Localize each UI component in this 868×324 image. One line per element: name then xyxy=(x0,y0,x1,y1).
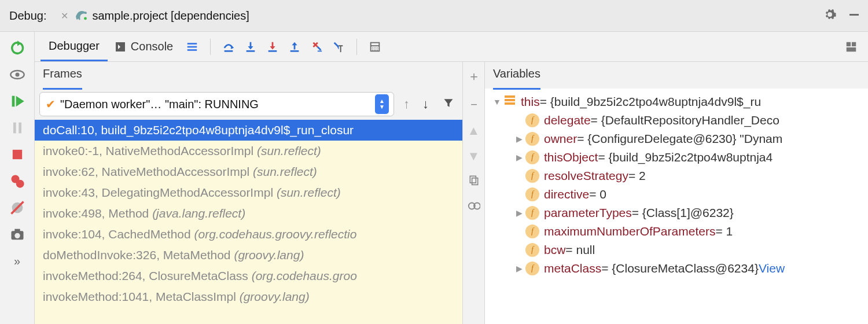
drop-frame-icon[interactable] xyxy=(307,37,326,57)
debug-label: Debug: xyxy=(9,9,47,23)
variable-value: = 1 xyxy=(715,224,733,238)
chevron-right-icon[interactable]: ▶ xyxy=(513,208,525,218)
svg-rect-4 xyxy=(12,96,14,107)
variable-name: directive xyxy=(544,187,589,201)
force-step-into-icon[interactable] xyxy=(263,37,282,57)
variable-row[interactable]: ▶fdelegate = {DefaultRepositoryHandler_D… xyxy=(487,111,866,130)
gear-icon[interactable] xyxy=(823,8,837,24)
chevron-right-icon[interactable]: ▶ xyxy=(513,264,525,273)
chevron-down-icon[interactable]: ▼ xyxy=(491,97,503,106)
svg-rect-39 xyxy=(847,42,851,46)
step-over-icon[interactable] xyxy=(219,37,238,57)
variable-row[interactable]: ▶fresolveStrategy = 2 xyxy=(487,167,866,185)
variable-row[interactable]: ▶fowner = {ConfigureDelegate@6230} "Dyna… xyxy=(487,130,866,148)
step-into-icon[interactable] xyxy=(241,37,260,57)
svg-rect-47 xyxy=(505,99,515,101)
stop-icon[interactable] xyxy=(9,146,25,163)
frame-item[interactable]: doMethodInvoke:326, MetaMethod (groovy.l… xyxy=(35,245,462,266)
variable-row[interactable]: ▶fthisObject = {build_9bz5i2c2tpo4w8uptn… xyxy=(487,148,866,167)
frame-item[interactable]: invoke:43, DelegatingMethodAccessorImpl … xyxy=(35,182,462,203)
chevron-right-icon[interactable]: ▶ xyxy=(513,134,525,143)
frame-item[interactable]: invoke:62, NativeMethodAccessorImpl (sun… xyxy=(35,161,462,182)
field-badge-icon: f xyxy=(525,262,539,275)
variable-value: = {Class[1]@6232} xyxy=(632,206,734,220)
variable-row[interactable]: ▶fmetaClass = {ClosureMetaClass@6234} Vi… xyxy=(487,259,866,278)
variables-tree[interactable]: ▼this = {build_9bz5i2c2tpo4w8uptnja4dv9l… xyxy=(485,89,868,324)
frame-item[interactable]: invoke:498, Method (java.lang.reflect) xyxy=(35,203,462,224)
this-icon xyxy=(503,94,516,109)
svg-rect-6 xyxy=(19,123,21,134)
frame-item[interactable]: doCall:10, build_9bz5i2c2tpo4w8uptnja4dv… xyxy=(35,120,462,141)
view-link[interactable]: View xyxy=(759,262,785,275)
variable-row[interactable]: ▶fmaximumNumberOfParameters = 1 xyxy=(487,222,866,241)
variables-header[interactable]: Variables xyxy=(485,62,868,89)
svg-point-9 xyxy=(16,180,24,188)
variable-row[interactable]: ▼this = {build_9bz5i2c2tpo4w8uptnja4dv9l… xyxy=(487,92,866,111)
variable-name: owner xyxy=(544,132,577,146)
variable-name: maximumNumberOfParameters xyxy=(544,224,715,238)
close-tab-icon[interactable]: ✕ xyxy=(61,10,68,21)
frame-item[interactable]: invokeMethod:264, ClosureMetaClass (org.… xyxy=(35,266,462,286)
run-to-cursor-icon[interactable] xyxy=(329,37,348,57)
show-execution-point-icon[interactable] xyxy=(9,67,25,83)
variable-value: = {DefaultRepositoryHandler_Deco xyxy=(591,113,779,127)
svg-rect-42 xyxy=(470,176,476,183)
thread-selector[interactable]: ✔ "Daemon worker"… "main": RUNNING ▲▼ xyxy=(39,92,394,116)
view-breakpoints-icon[interactable] xyxy=(9,173,25,189)
checkmark-icon: ✔ xyxy=(46,97,56,111)
field-badge-icon: f xyxy=(525,206,539,220)
variable-row[interactable]: ▶fbcw = null xyxy=(487,241,866,259)
svg-point-37 xyxy=(374,49,376,50)
frame-item[interactable]: invokeMethod:1041, MetaClassImpl (groovy… xyxy=(35,286,462,307)
variable-name: thisObject xyxy=(544,150,598,164)
variable-value: = null xyxy=(565,243,595,257)
camera-icon[interactable] xyxy=(9,226,25,242)
next-frame-icon[interactable]: ↓ xyxy=(419,97,432,112)
show-watches-icon[interactable] xyxy=(468,200,480,216)
duplicate-watch-icon[interactable] xyxy=(468,174,480,189)
move-up-icon[interactable]: ▲ xyxy=(468,123,480,138)
variable-name: bcw xyxy=(544,243,565,257)
svg-point-35 xyxy=(377,47,378,48)
svg-rect-43 xyxy=(472,178,477,185)
resume-icon[interactable] xyxy=(9,93,25,109)
field-badge-icon: f xyxy=(525,150,539,164)
tab-debugger[interactable]: Debugger xyxy=(41,32,108,61)
evaluate-expression-icon[interactable] xyxy=(365,37,385,57)
filter-icon[interactable] xyxy=(438,97,459,112)
field-badge-icon: f xyxy=(525,224,539,238)
minimize-icon[interactable] xyxy=(847,8,861,24)
variable-name: delegate xyxy=(544,113,591,127)
svg-rect-7 xyxy=(12,150,21,159)
move-down-icon[interactable]: ▼ xyxy=(468,149,480,164)
thread-list-icon[interactable] xyxy=(182,37,202,57)
frame-item[interactable]: invoke:104, CachedMethod (org.codehaus.g… xyxy=(35,224,462,245)
variable-row[interactable]: ▶fparameterTypes = {Class[1]@6232} xyxy=(487,204,866,222)
layout-settings-icon[interactable] xyxy=(841,37,861,57)
chevron-right-icon[interactable]: ▶ xyxy=(513,153,525,162)
project-name: sample.project [dependencies] xyxy=(93,9,249,23)
more-icon[interactable]: » xyxy=(9,253,25,269)
mute-breakpoints-icon[interactable] xyxy=(9,200,25,216)
frame-item[interactable]: invoke0:-1, NativeMethodAccessorImpl (su… xyxy=(35,141,462,161)
frames-list[interactable]: doCall:10, build_9bz5i2c2tpo4w8uptnja4dv… xyxy=(35,120,462,324)
svg-rect-13 xyxy=(14,229,20,232)
debug-toolbar: Debugger Console xyxy=(35,32,868,62)
frames-header[interactable]: Frames xyxy=(35,62,462,89)
variable-name: parameterTypes xyxy=(544,206,632,220)
rerun-icon[interactable] xyxy=(9,40,25,56)
field-badge-icon: f xyxy=(525,113,539,127)
field-badge-icon: f xyxy=(525,243,539,257)
remove-watch-icon[interactable]: － xyxy=(468,95,480,113)
variable-value: = {ConfigureDelegate@6230} "Dynam xyxy=(577,132,782,146)
step-out-icon[interactable] xyxy=(285,37,304,57)
titlebar: Debug: ✕ sample.project [dependencies] xyxy=(0,0,868,31)
svg-point-34 xyxy=(374,47,376,48)
thread-stepper-icon[interactable]: ▲▼ xyxy=(375,94,389,114)
variable-row[interactable]: ▶fdirective = 0 xyxy=(487,185,866,204)
add-watch-icon[interactable]: ＋ xyxy=(468,68,480,85)
svg-point-36 xyxy=(373,49,374,50)
tab-console[interactable]: Console xyxy=(108,32,181,61)
pause-icon[interactable] xyxy=(9,120,25,136)
debug-action-strip: » xyxy=(0,32,35,324)
